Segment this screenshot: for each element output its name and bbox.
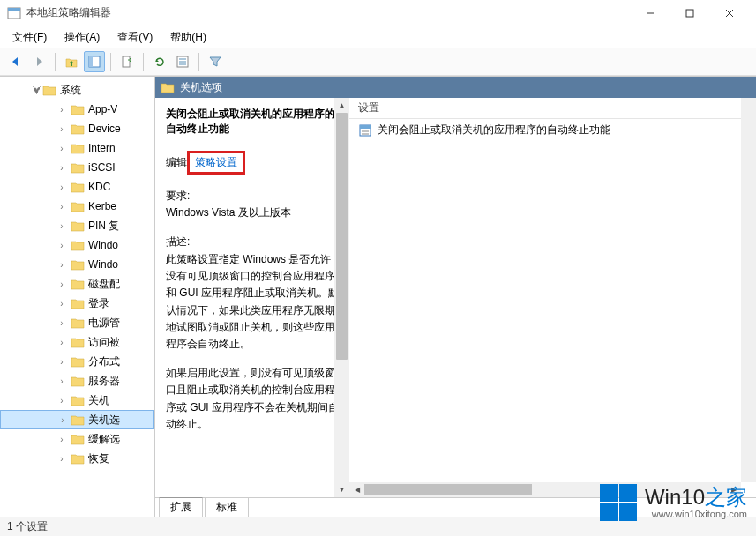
status-text: 1 个设置: [7, 519, 48, 534]
tree-item[interactable]: ›分布式: [0, 352, 154, 371]
tree-item[interactable]: ›iSCSI: [0, 158, 154, 177]
folder-icon: [71, 200, 85, 212]
tab-standard[interactable]: 标准: [205, 497, 249, 517]
refresh-button[interactable]: [149, 51, 170, 72]
expand-icon[interactable]: ›: [56, 454, 67, 464]
horizontal-scrollbar[interactable]: ◀ ▶: [349, 482, 741, 497]
tree-item-label: KDC: [88, 181, 110, 193]
expand-icon[interactable]: ›: [56, 260, 67, 270]
edit-policy-link[interactable]: 策略设置: [195, 156, 237, 168]
forward-button[interactable]: [28, 51, 49, 72]
tree-item[interactable]: ›缓解选: [0, 429, 154, 449]
hscroll-thumb[interactable]: [364, 484, 532, 495]
toolbar-separator: [55, 53, 56, 71]
tree-item[interactable]: ›访问被: [0, 332, 154, 352]
folder-icon: [71, 452, 85, 465]
scroll-left-arrow[interactable]: ◀: [349, 482, 364, 497]
scroll-right-arrow[interactable]: ▶: [726, 482, 741, 497]
expand-icon[interactable]: ›: [56, 202, 67, 212]
description-label: 描述:: [166, 234, 341, 249]
tree-item[interactable]: ›Intern: [0, 138, 154, 158]
menu-file[interactable]: 文件(F): [4, 27, 56, 48]
folder-icon: [71, 355, 85, 368]
svg-rect-8: [123, 56, 130, 67]
collapse-icon[interactable]: ⮟: [32, 86, 42, 95]
titlebar: 本地组策略编辑器: [0, 0, 756, 26]
tree-item[interactable]: ›服务器: [0, 371, 154, 391]
expand-icon[interactable]: ›: [56, 318, 67, 328]
tree-item-label: 磁盘配: [88, 277, 120, 292]
tree-item[interactable]: ›登录: [0, 294, 154, 313]
tree-panel: ⮟ 系统 ›App-V›Device›Intern›iSCSI›KDC›Kerb…: [0, 77, 155, 517]
expand-icon[interactable]: ›: [56, 144, 67, 153]
tree-item[interactable]: ›Windo: [0, 235, 154, 255]
requirements-text: Windows Vista 及以上版本: [166, 205, 341, 220]
expand-icon[interactable]: ›: [56, 357, 67, 367]
back-button[interactable]: [5, 51, 26, 72]
scroll-track[interactable]: [334, 113, 349, 482]
expand-icon[interactable]: ›: [56, 221, 67, 231]
tree-item[interactable]: ›Kerbe: [0, 197, 154, 216]
settings-list-item[interactable]: 关闭会阻止或取消关机的应用程序的自动终止功能: [349, 119, 756, 141]
expand-icon[interactable]: ›: [56, 396, 67, 406]
toolbar-separator: [110, 53, 111, 71]
tree-item[interactable]: ›关机: [0, 391, 154, 410]
scroll-thumb[interactable]: [336, 113, 348, 360]
content-header-title: 关机选项: [180, 80, 222, 95]
up-button[interactable]: [61, 51, 82, 72]
expand-icon[interactable]: ›: [56, 338, 67, 347]
scroll-up-arrow[interactable]: ▲: [334, 98, 349, 113]
tree-item[interactable]: ›电源管: [0, 313, 154, 332]
expand-icon[interactable]: ›: [56, 299, 67, 309]
tree-root[interactable]: ⮟ 系统: [0, 80, 154, 100]
folder-icon: [71, 220, 85, 232]
hscroll-track[interactable]: [364, 482, 726, 497]
tree-item-label: iSCSI: [88, 161, 116, 174]
tree-item[interactable]: ›恢复: [0, 449, 154, 468]
filter-button[interactable]: [205, 51, 226, 72]
content-body: 关闭会阻止或取消关机的应用程序的自动终止功能 编辑策略设置 要求: Window…: [155, 98, 756, 497]
app-icon: [7, 6, 21, 20]
tree-item-label: 登录: [88, 296, 109, 311]
tree-item-label: Kerbe: [88, 200, 116, 212]
folder-icon: [71, 336, 85, 348]
close-button[interactable]: [709, 1, 749, 26]
expand-icon[interactable]: ›: [56, 163, 67, 173]
show-hide-tree-button[interactable]: [84, 51, 105, 72]
expand-icon[interactable]: ›: [56, 435, 67, 444]
maximize-button[interactable]: [670, 1, 709, 26]
expand-icon[interactable]: ›: [56, 105, 67, 115]
minimize-button[interactable]: [630, 1, 670, 26]
menu-view[interactable]: 查看(V): [109, 27, 161, 48]
tree-item-label: 访问被: [88, 335, 120, 350]
export-button[interactable]: [116, 51, 138, 72]
folder-icon: [71, 142, 85, 154]
list-column-header[interactable]: 设置: [349, 98, 756, 119]
tree-item[interactable]: ›App-V: [0, 100, 154, 119]
description-paragraph: 如果启用此设置，则没有可见顶级窗口且阻止或取消关机的控制台应用程序或 GUI 应…: [166, 365, 341, 433]
menu-help[interactable]: 帮助(H): [161, 27, 215, 48]
tree-item[interactable]: ›Windo: [0, 255, 154, 274]
tree-item-label: 电源管: [88, 316, 120, 331]
expand-icon[interactable]: ›: [56, 124, 67, 134]
scroll-down-arrow[interactable]: ▼: [334, 482, 349, 497]
vertical-scrollbar[interactable]: [741, 98, 756, 482]
folder-icon: [71, 394, 85, 406]
tree-item[interactable]: ›KDC: [0, 177, 154, 197]
expand-icon[interactable]: ›: [56, 376, 67, 386]
tree-item[interactable]: ›Device: [0, 119, 154, 138]
properties-button[interactable]: [172, 51, 193, 72]
tree-item-label: 关机: [88, 393, 109, 408]
expand-icon[interactable]: ›: [56, 182, 67, 192]
menu-action[interactable]: 操作(A): [56, 27, 109, 48]
expand-icon[interactable]: ›: [57, 415, 68, 425]
tree-item[interactable]: ›关机选: [0, 410, 154, 429]
tree-item[interactable]: ›磁盘配: [0, 274, 154, 294]
tree-item[interactable]: ›PIN 复: [0, 216, 154, 235]
description-scrollbar[interactable]: ▲ ▼: [334, 98, 349, 497]
expand-icon[interactable]: ›: [56, 241, 67, 250]
folder-icon: [71, 103, 85, 115]
tab-extended[interactable]: 扩展: [159, 497, 203, 517]
expand-icon[interactable]: ›: [56, 279, 67, 289]
folder-icon: [71, 161, 85, 174]
